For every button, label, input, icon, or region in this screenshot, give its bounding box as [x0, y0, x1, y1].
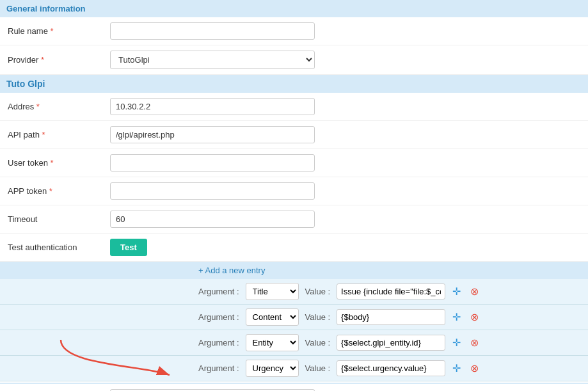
move-button[interactable]: ✛ [449, 310, 463, 324]
value-label: Value : [305, 338, 331, 347]
value-label: Value : [305, 312, 331, 322]
argument-row: Argument :TitleContentEntityUrgencyValue… [0, 279, 588, 305]
argument-select[interactable]: TitleContentEntityUrgency [246, 334, 299, 351]
remove-button[interactable]: ⊗ [467, 336, 481, 350]
value-input[interactable] [337, 283, 445, 299]
value-label: Value : [305, 287, 331, 296]
app-token-label: APP token * [8, 186, 110, 196]
url-row: Url [0, 383, 588, 391]
argument-rows-container: Argument :TitleContentEntityUrgencyValue… [0, 279, 588, 381]
rule-name-input[interactable] [110, 22, 315, 40]
tuto-glpi-label: Tuto Glpi [6, 79, 45, 89]
remove-button[interactable]: ⊗ [467, 310, 481, 324]
timeout-label: Timeout [8, 214, 110, 224]
timeout-row: Timeout [0, 205, 588, 234]
remove-button[interactable]: ⊗ [467, 285, 481, 299]
api-path-input[interactable] [110, 126, 315, 143]
add-entry-row: + Add a new entry [0, 262, 588, 279]
api-path-required: * [42, 130, 45, 140]
value-label: Value : [305, 363, 331, 373]
api-path-row: API path * [0, 121, 588, 149]
add-entry-link[interactable]: + Add a new entry [198, 266, 265, 275]
argument-label: Argument : [198, 312, 239, 322]
test-auth-label: Test authentication [8, 243, 110, 252]
app-token-required: * [49, 186, 52, 196]
provider-required: * [41, 55, 44, 65]
user-token-label: User token * [8, 158, 110, 168]
app-token-input[interactable] [110, 182, 315, 200]
rule-name-required: * [51, 26, 54, 36]
arguments-section: + Add a new entry Argument :TitleContent… [0, 262, 588, 381]
rule-name-label: Rule name * [8, 26, 110, 36]
move-button[interactable]: ✛ [449, 336, 463, 350]
timeout-input[interactable] [110, 211, 315, 228]
user-token-required: * [51, 158, 54, 168]
argument-label: Argument : [198, 338, 239, 347]
user-token-row: User token * [0, 149, 588, 177]
value-input[interactable] [337, 360, 445, 376]
address-input[interactable] [110, 98, 315, 115]
argument-select[interactable]: TitleContentEntityUrgency [246, 308, 299, 326]
provider-select[interactable]: TutoGlpi Other [110, 51, 315, 69]
test-auth-row: Test authentication Test [0, 234, 588, 262]
argument-label: Argument : [198, 287, 239, 296]
argument-row: Argument :TitleContentEntityUrgencyValue… [0, 356, 588, 381]
argument-row: Argument :TitleContentEntityUrgencyValue… [0, 330, 588, 356]
general-information-header: General information [0, 0, 588, 17]
rule-name-row: Rule name * [0, 17, 588, 45]
move-button[interactable]: ✛ [449, 285, 463, 299]
general-information-label: General information [6, 4, 86, 13]
argument-label: Argument : [198, 363, 239, 373]
provider-label: Provider * [8, 55, 110, 65]
argument-select[interactable]: TitleContentEntityUrgency [246, 360, 299, 377]
argument-row: Argument :TitleContentEntityUrgencyValue… [0, 305, 588, 330]
move-button[interactable]: ✛ [449, 362, 463, 376]
value-input[interactable] [337, 309, 445, 325]
api-path-label: API path * [8, 130, 110, 140]
remove-button[interactable]: ⊗ [467, 362, 481, 376]
address-row: Addres * [0, 93, 588, 121]
provider-row: Provider * TutoGlpi Other [0, 45, 588, 75]
value-input[interactable] [337, 335, 445, 351]
address-required: * [36, 102, 40, 111]
app-token-row: APP token * [0, 177, 588, 205]
test-button[interactable]: Test [110, 239, 147, 256]
user-token-input[interactable] [110, 154, 315, 172]
argument-select[interactable]: TitleContentEntityUrgency [246, 283, 299, 300]
tuto-glpi-header: Tuto Glpi [0, 75, 588, 93]
address-label: Addres * [8, 102, 110, 111]
